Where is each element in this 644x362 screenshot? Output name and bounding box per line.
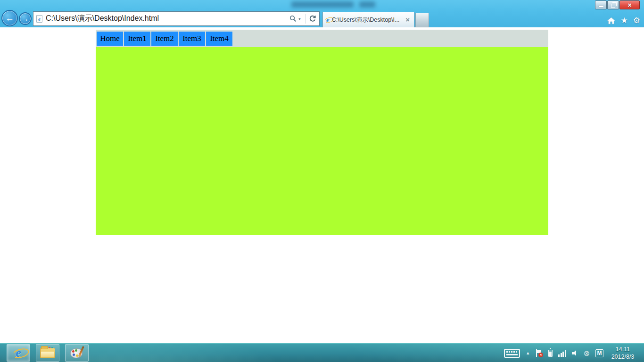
- nav-button-item1[interactable]: Item1: [124, 32, 150, 46]
- minimize-button[interactable]: [595, 0, 607, 9]
- nav-button-home[interactable]: Home: [97, 32, 123, 46]
- back-button[interactable]: ←: [1, 10, 18, 26]
- settings-gear-icon[interactable]: ⚙: [633, 16, 640, 25]
- taskbar: e ▲: [0, 343, 644, 362]
- new-tab-button[interactable]: [415, 13, 429, 27]
- browser-chrome: × ← → e C:\Users\演示\Desktop\Index.html ▼…: [0, 0, 644, 27]
- internet-explorer-icon: e: [326, 16, 330, 24]
- restore-icon: [611, 4, 615, 8]
- sync-status-icon[interactable]: ⊗: [584, 349, 590, 358]
- taskbar-paint-button[interactable]: [65, 344, 89, 362]
- search-dropdown-icon[interactable]: ▼: [298, 17, 301, 21]
- page-content-area: [96, 47, 548, 235]
- taskbar-internet-explorer-button[interactable]: e: [7, 344, 30, 362]
- clock-time: 14:11: [606, 346, 639, 353]
- close-button[interactable]: ×: [619, 0, 640, 9]
- taskbar-clock[interactable]: 14:11 2012/8/3: [606, 346, 639, 361]
- blurred-background-window-title: [291, 1, 354, 8]
- action-center-flag-icon[interactable]: ×: [536, 349, 543, 357]
- nav-button-item4[interactable]: Item4: [206, 32, 232, 46]
- favorites-star-icon[interactable]: ★: [621, 16, 628, 25]
- taskbar-apps: e: [7, 344, 89, 362]
- nav-button-item3[interactable]: Item3: [179, 32, 205, 46]
- address-input[interactable]: C:\Users\演示\Desktop\Index.html: [46, 14, 289, 24]
- network-signal-icon[interactable]: [558, 350, 566, 357]
- taskbar-file-explorer-button[interactable]: [36, 344, 59, 362]
- back-arrow-icon: ←: [5, 13, 14, 24]
- address-bar[interactable]: e C:\Users\演示\Desktop\Index.html ▼: [33, 11, 320, 26]
- volume-icon[interactable]: [572, 350, 578, 356]
- refresh-icon[interactable]: [309, 15, 316, 23]
- show-hidden-icons-button[interactable]: ▲: [526, 351, 530, 355]
- tab-title: C:\Users\演示\Desktop\I...: [332, 16, 405, 24]
- minimize-icon: [599, 6, 603, 7]
- address-bar-divider: [305, 14, 305, 24]
- folder-tab-teal: [51, 347, 53, 348]
- nav-button-item2[interactable]: Item2: [151, 32, 178, 46]
- folder-tab-red: [49, 347, 50, 348]
- browser-tab[interactable]: e C:\Users\演示\Desktop\I... ×: [322, 12, 414, 27]
- restore-button[interactable]: [607, 0, 619, 9]
- site-navbar: Home Item1 Item2 Item3 Item4: [96, 30, 548, 47]
- file-explorer-folder-icon: [40, 348, 55, 358]
- blurred-background-window-title-suffix: [359, 1, 375, 8]
- home-icon[interactable]: [607, 17, 616, 25]
- system-tray: ▲ × ⊗ M: [504, 344, 603, 362]
- search-icon[interactable]: [289, 15, 297, 22]
- forward-button[interactable]: →: [19, 12, 32, 25]
- clock-date: 2012/8/3: [606, 353, 639, 361]
- paint-palette-icon: [70, 347, 83, 359]
- forward-arrow-icon: →: [22, 15, 29, 23]
- page-favicon-icon: e: [36, 15, 42, 23]
- tab-close-icon[interactable]: ×: [405, 17, 411, 23]
- touch-keyboard-icon[interactable]: [504, 349, 520, 358]
- input-method-indicator[interactable]: M: [595, 349, 603, 357]
- screen: × ← → e C:\Users\演示\Desktop\Index.html ▼…: [0, 0, 644, 362]
- chrome-action-icons: ★ ⚙: [607, 16, 641, 25]
- page-viewport: Home Item1 Item2 Item3 Item4: [0, 27, 644, 343]
- address-bar-tools: ▼: [289, 14, 316, 24]
- close-icon: ×: [627, 2, 631, 8]
- internet-explorer-icon: e: [16, 346, 21, 360]
- action-center-alert-badge: ×: [538, 353, 543, 357]
- battery-icon[interactable]: [548, 350, 553, 357]
